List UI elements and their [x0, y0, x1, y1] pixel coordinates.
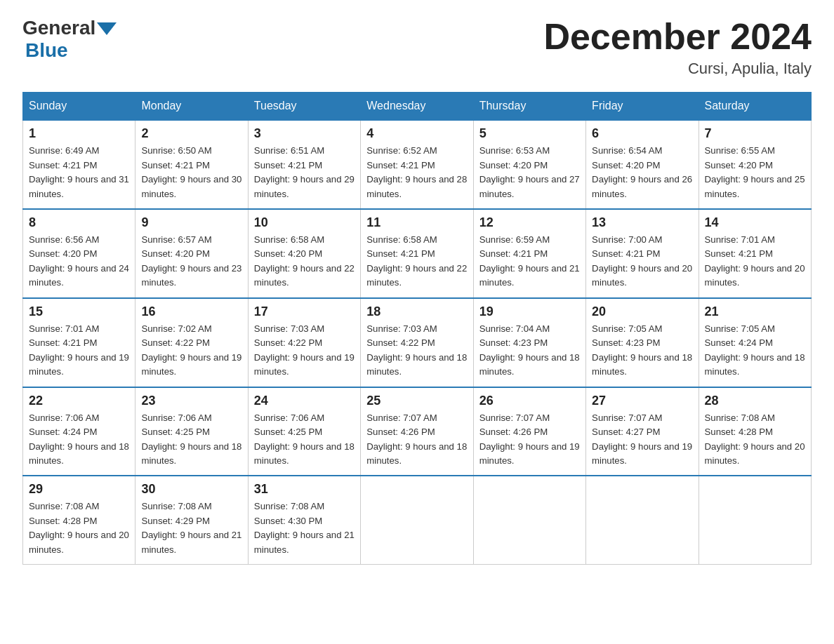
- day-headers-row: SundayMondayTuesdayWednesdayThursdayFrid…: [23, 93, 812, 121]
- day-info: Sunrise: 7:03 AMSunset: 4:22 PMDaylight:…: [366, 322, 467, 380]
- day-info: Sunrise: 7:04 AMSunset: 4:23 PMDaylight:…: [479, 322, 580, 380]
- day-info: Sunrise: 6:58 AMSunset: 4:20 PMDaylight:…: [254, 233, 355, 290]
- location-title: Cursi, Apulia, Italy: [543, 60, 812, 78]
- calendar-cell: 26Sunrise: 7:07 AMSunset: 4:26 PMDayligh…: [473, 387, 585, 476]
- day-number: 15: [29, 304, 129, 319]
- month-title: December 2024: [543, 17, 812, 57]
- day-number: 26: [479, 394, 580, 408]
- day-info: Sunrise: 6:54 AMSunset: 4:20 PMDaylight:…: [592, 144, 692, 201]
- calendar-cell: [699, 476, 811, 564]
- logo-triangle-icon: [97, 22, 117, 35]
- calendar-cell: 25Sunrise: 7:07 AMSunset: 4:26 PMDayligh…: [361, 387, 473, 476]
- calendar-cell: 14Sunrise: 7:01 AMSunset: 4:21 PMDayligh…: [699, 209, 811, 298]
- calendar-cell: 12Sunrise: 6:59 AMSunset: 4:21 PMDayligh…: [473, 209, 585, 298]
- calendar-cell: 2Sunrise: 6:50 AMSunset: 4:21 PMDaylight…: [135, 120, 248, 209]
- day-number: 7: [705, 126, 805, 141]
- logo-blue-text: Blue: [25, 39, 68, 61]
- page-header: General Blue December 2024 Cursi, Apulia…: [22, 17, 812, 78]
- day-number: 25: [366, 394, 467, 408]
- calendar-cell: 16Sunrise: 7:02 AMSunset: 4:22 PMDayligh…: [135, 298, 248, 387]
- day-number: 6: [592, 126, 692, 141]
- calendar-cell: 27Sunrise: 7:07 AMSunset: 4:27 PMDayligh…: [586, 387, 699, 476]
- day-header-tuesday: Tuesday: [248, 93, 360, 121]
- day-info: Sunrise: 6:51 AMSunset: 4:21 PMDaylight:…: [254, 144, 355, 201]
- title-area: December 2024 Cursi, Apulia, Italy: [543, 17, 812, 78]
- day-number: 13: [592, 215, 692, 230]
- day-header-thursday: Thursday: [473, 93, 585, 121]
- calendar-cell: 20Sunrise: 7:05 AMSunset: 4:23 PMDayligh…: [586, 298, 699, 387]
- calendar-cell: 22Sunrise: 7:06 AMSunset: 4:24 PMDayligh…: [23, 387, 135, 476]
- day-number: 8: [29, 215, 129, 230]
- day-number: 16: [141, 304, 241, 319]
- day-number: 31: [254, 482, 355, 497]
- day-info: Sunrise: 7:07 AMSunset: 4:27 PMDaylight:…: [592, 411, 692, 469]
- calendar-cell: 18Sunrise: 7:03 AMSunset: 4:22 PMDayligh…: [361, 298, 473, 387]
- calendar-cell: [586, 476, 699, 564]
- day-number: 23: [141, 394, 241, 408]
- day-info: Sunrise: 7:02 AMSunset: 4:22 PMDaylight:…: [141, 322, 241, 380]
- calendar-cell: 9Sunrise: 6:57 AMSunset: 4:20 PMDaylight…: [135, 209, 248, 298]
- calendar-cell: 15Sunrise: 7:01 AMSunset: 4:21 PMDayligh…: [23, 298, 135, 387]
- week-row-5: 29Sunrise: 7:08 AMSunset: 4:28 PMDayligh…: [23, 476, 812, 564]
- day-number: 14: [705, 215, 805, 230]
- calendar-table: SundayMondayTuesdayWednesdayThursdayFrid…: [22, 92, 812, 565]
- day-info: Sunrise: 6:58 AMSunset: 4:21 PMDaylight:…: [366, 233, 467, 290]
- calendar-cell: 24Sunrise: 7:06 AMSunset: 4:25 PMDayligh…: [248, 387, 360, 476]
- day-info: Sunrise: 7:05 AMSunset: 4:24 PMDaylight:…: [705, 322, 805, 380]
- day-info: Sunrise: 7:08 AMSunset: 4:29 PMDaylight:…: [141, 499, 241, 557]
- calendar-cell: 4Sunrise: 6:52 AMSunset: 4:21 PMDaylight…: [361, 120, 473, 209]
- day-number: 12: [479, 215, 580, 230]
- day-number: 11: [366, 215, 467, 230]
- day-number: 22: [29, 394, 129, 408]
- calendar-cell: 10Sunrise: 6:58 AMSunset: 4:20 PMDayligh…: [248, 209, 360, 298]
- logo: General Blue: [22, 17, 117, 62]
- day-info: Sunrise: 6:55 AMSunset: 4:20 PMDaylight:…: [705, 144, 805, 201]
- day-info: Sunrise: 7:05 AMSunset: 4:23 PMDaylight:…: [592, 322, 692, 380]
- day-number: 18: [366, 304, 467, 319]
- logo-general-text: General: [22, 17, 95, 39]
- day-info: Sunrise: 7:07 AMSunset: 4:26 PMDaylight:…: [366, 411, 467, 469]
- day-info: Sunrise: 6:59 AMSunset: 4:21 PMDaylight:…: [479, 233, 580, 290]
- day-number: 9: [141, 215, 241, 230]
- calendar-cell: 5Sunrise: 6:53 AMSunset: 4:20 PMDaylight…: [473, 120, 585, 209]
- week-row-2: 8Sunrise: 6:56 AMSunset: 4:20 PMDaylight…: [23, 209, 812, 298]
- day-info: Sunrise: 7:06 AMSunset: 4:24 PMDaylight:…: [29, 411, 129, 469]
- day-number: 3: [254, 126, 355, 141]
- day-info: Sunrise: 6:53 AMSunset: 4:20 PMDaylight:…: [479, 144, 580, 201]
- week-row-4: 22Sunrise: 7:06 AMSunset: 4:24 PMDayligh…: [23, 387, 812, 476]
- calendar-cell: 21Sunrise: 7:05 AMSunset: 4:24 PMDayligh…: [699, 298, 811, 387]
- day-info: Sunrise: 7:01 AMSunset: 4:21 PMDaylight:…: [705, 233, 805, 290]
- calendar-cell: 13Sunrise: 7:00 AMSunset: 4:21 PMDayligh…: [586, 209, 699, 298]
- day-header-monday: Monday: [135, 93, 248, 121]
- day-number: 10: [254, 215, 355, 230]
- calendar-cell: 17Sunrise: 7:03 AMSunset: 4:22 PMDayligh…: [248, 298, 360, 387]
- day-number: 21: [705, 304, 805, 319]
- day-info: Sunrise: 6:52 AMSunset: 4:21 PMDaylight:…: [366, 144, 467, 201]
- day-number: 30: [141, 482, 241, 497]
- day-info: Sunrise: 7:07 AMSunset: 4:26 PMDaylight:…: [479, 411, 580, 469]
- calendar-cell: 8Sunrise: 6:56 AMSunset: 4:20 PMDaylight…: [23, 209, 135, 298]
- calendar-cell: 30Sunrise: 7:08 AMSunset: 4:29 PMDayligh…: [135, 476, 248, 564]
- day-header-wednesday: Wednesday: [361, 93, 473, 121]
- day-number: 20: [592, 304, 692, 319]
- calendar-cell: 29Sunrise: 7:08 AMSunset: 4:28 PMDayligh…: [23, 476, 135, 564]
- calendar-cell: 1Sunrise: 6:49 AMSunset: 4:21 PMDaylight…: [23, 120, 135, 209]
- week-row-3: 15Sunrise: 7:01 AMSunset: 4:21 PMDayligh…: [23, 298, 812, 387]
- day-header-sunday: Sunday: [23, 93, 135, 121]
- day-info: Sunrise: 7:08 AMSunset: 4:30 PMDaylight:…: [254, 499, 355, 557]
- calendar-cell: 23Sunrise: 7:06 AMSunset: 4:25 PMDayligh…: [135, 387, 248, 476]
- calendar-cell: 31Sunrise: 7:08 AMSunset: 4:30 PMDayligh…: [248, 476, 360, 564]
- day-info: Sunrise: 6:56 AMSunset: 4:20 PMDaylight:…: [29, 233, 129, 290]
- day-info: Sunrise: 6:49 AMSunset: 4:21 PMDaylight:…: [29, 144, 129, 201]
- day-number: 19: [479, 304, 580, 319]
- calendar-cell: 28Sunrise: 7:08 AMSunset: 4:28 PMDayligh…: [699, 387, 811, 476]
- day-info: Sunrise: 7:08 AMSunset: 4:28 PMDaylight:…: [705, 411, 805, 469]
- day-number: 4: [366, 126, 467, 141]
- day-info: Sunrise: 7:08 AMSunset: 4:28 PMDaylight:…: [29, 499, 129, 557]
- calendar-cell: [361, 476, 473, 564]
- calendar-cell: [473, 476, 585, 564]
- day-info: Sunrise: 7:01 AMSunset: 4:21 PMDaylight:…: [29, 322, 129, 380]
- calendar-cell: 19Sunrise: 7:04 AMSunset: 4:23 PMDayligh…: [473, 298, 585, 387]
- day-number: 1: [29, 126, 129, 141]
- day-number: 2: [141, 126, 241, 141]
